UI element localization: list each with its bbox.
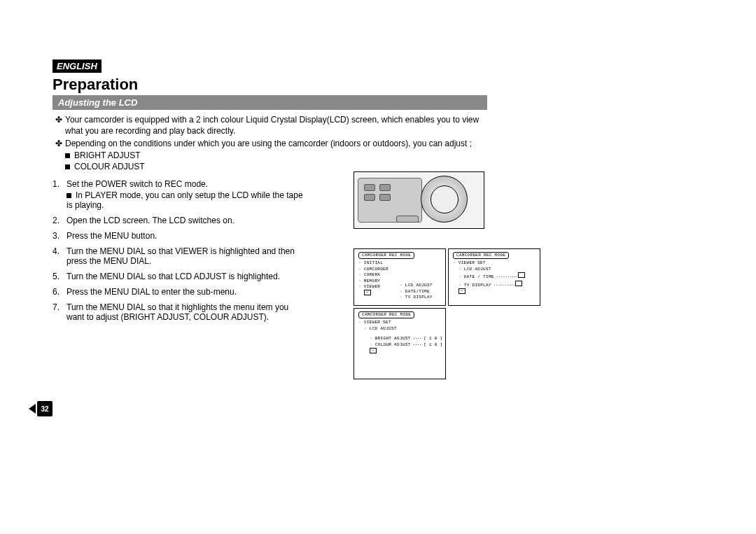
osd-value: [ 1 8 ] — [424, 342, 442, 347]
osd-subtitle: VIEWER SET — [458, 260, 486, 265]
adjust-option-1: BRIGHT ADJUST — [74, 150, 140, 160]
step-number: 2. — [52, 216, 66, 225]
osd-item: VIEWER — [364, 284, 380, 289]
return-icon: ↩ — [364, 290, 371, 295]
steps-list: 1. Set the POWER switch to REC mode. In … — [52, 179, 304, 322]
osd-item: COLOUR ADJUST — [375, 342, 411, 347]
osd-menu-main: CAMCORDER REC MODE ◦ INITIAL ◦ CAMCORDER… — [354, 248, 446, 306]
step-number: 7. — [52, 302, 66, 322]
menu-dial-center-icon — [430, 185, 458, 213]
step-number: 3. — [52, 231, 66, 241]
step-number: 4. — [52, 246, 66, 266]
step-text: Press the MENU button. — [66, 231, 304, 241]
clover-bullet-icon: ✤ — [52, 138, 65, 149]
page-title: Preparation — [52, 76, 486, 94]
square-bullet-icon — [65, 153, 70, 158]
osd-menu-lcd-adjust: CAMCORDER REC MODE ◦ VIEWER SET ◦ LCD AD… — [354, 308, 446, 379]
camcorder-button-icon — [364, 194, 375, 201]
camcorder-slot-icon — [396, 216, 419, 223]
intro-block: ✤ Your camcorder is equipped with a 2 in… — [52, 114, 486, 172]
square-bullet-row: COLOUR ADJUST — [65, 161, 486, 172]
step-2: 2. Open the LCD screen. The LCD switches… — [52, 216, 304, 225]
language-badge: ENGLISH — [52, 59, 102, 73]
step-text: Turn the MENU DIAL so that VIEWER is hig… — [66, 246, 304, 266]
square-bullet-icon — [66, 193, 71, 198]
osd-item: CAMERA — [364, 272, 380, 277]
page-marker-arrow-icon — [29, 404, 36, 414]
intro-line-1: Your camcorder is equipped with a 2 inch… — [65, 114, 486, 136]
square-bullet-icon — [65, 164, 70, 169]
camcorder-button-icon — [379, 184, 391, 191]
osd-value: [ 1 8 ] — [424, 336, 442, 341]
osd-item: DATE / TIME — [464, 274, 494, 279]
step-text: Turn the MENU DIAL so that LCD ADJUST is… — [66, 272, 304, 281]
step-1: 1. Set the POWER switch to REC mode. In … — [52, 179, 304, 210]
camcorder-button-icon — [364, 184, 375, 191]
step-6: 6. Press the MENU DIAL to enter the sub-… — [52, 287, 304, 297]
box-icon — [518, 272, 525, 278]
osd-menu-viewer: CAMCORDER REC MODE ◦ VIEWER SET ◦ LCD AD… — [448, 248, 540, 306]
clover-bullet-icon: ✤ — [52, 114, 65, 136]
menu-dial-icon — [421, 176, 468, 223]
step-text: Open the LCD screen. The LCD switches on… — [66, 216, 304, 225]
osd-item: DATE/TIME — [405, 289, 430, 294]
step-3: 3. Press the MENU button. — [52, 231, 304, 241]
osd-item: MEMORY — [364, 279, 380, 283]
osd-header: CAMCORDER REC MODE — [358, 311, 414, 318]
camcorder-button-icon — [379, 194, 391, 201]
return-icon: ↩ — [370, 348, 377, 353]
osd-item: TV DISPLAY — [464, 283, 491, 288]
page-number-badge: 32 — [37, 401, 52, 416]
box-icon — [515, 281, 522, 286]
return-icon: ↩ — [458, 288, 465, 294]
osd-subtitle: VIEWER SET — [364, 320, 391, 325]
osd-item: CAMCORDER — [364, 267, 388, 272]
step-text: Turn the MENU DIAL so that it highlights… — [66, 302, 304, 322]
camcorder-illustration — [354, 171, 484, 229]
intro-line-2: Depending on the conditions under which … — [65, 138, 486, 149]
osd-item: LCD ADJUST — [464, 267, 491, 272]
step-7: 7. Turn the MENU DIAL so that it highlig… — [52, 302, 304, 322]
osd-item: BRIGHT ADJUST — [375, 336, 411, 341]
adjust-option-2: COLOUR ADJUST — [74, 162, 145, 171]
osd-header: CAMCORDER REC MODE — [358, 252, 414, 259]
step-5: 5. Turn the MENU DIAL so that LCD ADJUST… — [52, 272, 304, 281]
osd-subtitle: LCD ADJUST — [370, 326, 397, 331]
square-bullet-row: BRIGHT ADJUST — [65, 150, 486, 161]
section-heading: Adjusting the LCD — [52, 95, 487, 110]
osd-item: INITIAL — [364, 260, 383, 265]
step-text: Press the MENU DIAL to enter the sub-men… — [66, 287, 304, 297]
step-4: 4. Turn the MENU DIAL so that VIEWER is … — [52, 246, 304, 266]
osd-header: CAMCORDER REC MODE — [453, 252, 509, 259]
osd-item: TV DISPLAY — [405, 295, 433, 300]
step-number: 1. — [52, 179, 66, 210]
step-number: 5. — [52, 272, 66, 281]
step-text: Set the POWER switch to REC mode. — [66, 179, 208, 189]
osd-item: LCD ADJUST — [405, 283, 433, 288]
step-sub-text: In PLAYER mode, you can only setup the L… — [66, 190, 303, 210]
step-number: 6. — [52, 287, 66, 297]
